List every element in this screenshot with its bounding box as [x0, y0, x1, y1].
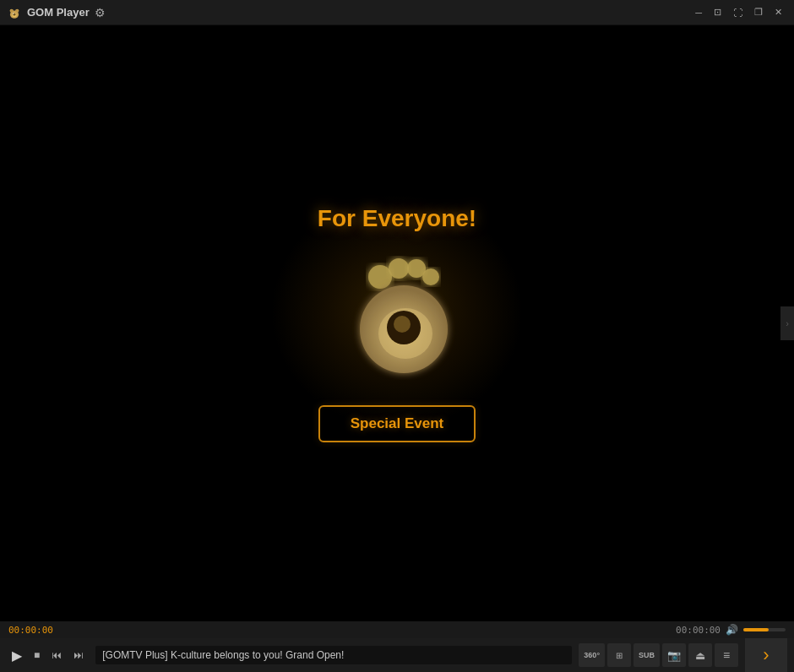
360-button[interactable]: 360° [579, 643, 605, 667]
close-button[interactable]: ✕ [770, 5, 787, 19]
ticker-text: [GOMTV Plus] K-culture belongs to you! G… [95, 646, 572, 664]
sidebar-expand-arrow[interactable]: › [780, 306, 794, 340]
total-time: 00:00:00 [676, 625, 721, 636]
playback-controls: ▶ ■ ⏮ ⏭ [7, 644, 89, 667]
eject-button[interactable]: ⏏ [688, 643, 712, 667]
next-panel-button[interactable]: › [745, 638, 787, 672]
svg-point-9 [389, 258, 409, 279]
fullscreen-button[interactable]: ⛶ [728, 6, 748, 19]
stop-button[interactable]: ■ [29, 646, 45, 664]
capture-button[interactable]: 📷 [662, 643, 686, 667]
svg-point-7 [13, 13, 14, 14]
special-event-button[interactable]: Special Event [318, 405, 476, 442]
controls-area: ▶ ■ ⏮ ⏭ [GOMTV Plus] K-culture belongs t… [0, 638, 794, 672]
volume-bar[interactable] [743, 628, 786, 631]
app-title: GOM Player [27, 6, 90, 19]
titlebar: GOM Player ⚙ ─ ⊡ ⛶ ❐ ✕ [0, 0, 794, 25]
minimize-button[interactable]: ─ [690, 6, 707, 19]
progress-area: 00:00:00 00:00:00 🔊 [0, 621, 794, 638]
volume-icon: 🔊 [726, 624, 738, 636]
titlebar-left: GOM Player ⚙ [7, 5, 106, 20]
time-right-group: 00:00:00 🔊 [676, 624, 786, 636]
svg-point-4 [16, 9, 19, 12]
current-time: 00:00:00 [8, 625, 53, 636]
prev-button[interactable]: ⏮ [46, 646, 67, 664]
for-everyone-label: For Everyone! [318, 205, 476, 232]
screen-ratio-button[interactable]: ⊞ [607, 643, 631, 667]
svg-point-8 [368, 265, 392, 289]
splash-content: For Everyone! [318, 205, 476, 442]
gom-bear-logo [329, 253, 465, 380]
window-controls: ─ ⊡ ⛶ ❐ ✕ [690, 5, 787, 19]
svg-point-11 [422, 268, 439, 285]
bottom-bar: 00:00:00 00:00:00 🔊 ▶ ■ ⏮ ⏭ [GOMTV Plus]… [0, 621, 794, 672]
svg-point-3 [11, 9, 14, 12]
settings-icon[interactable]: ⚙ [95, 6, 106, 19]
video-area: For Everyone! [0, 25, 794, 621]
menu-button[interactable]: ≡ [715, 643, 738, 667]
subtitle-button[interactable]: SUB [634, 643, 660, 667]
play-button[interactable]: ▶ [7, 644, 27, 667]
next-button[interactable]: ⏭ [68, 646, 89, 664]
snap-button[interactable]: ⊡ [709, 5, 726, 19]
extra-controls: 360° ⊞ SUB 📷 ⏏ ≡ [579, 643, 738, 667]
svg-point-15 [394, 316, 411, 333]
gom-logo-small [7, 5, 22, 20]
volume-fill [743, 628, 769, 631]
restore-button[interactable]: ❐ [749, 5, 768, 19]
